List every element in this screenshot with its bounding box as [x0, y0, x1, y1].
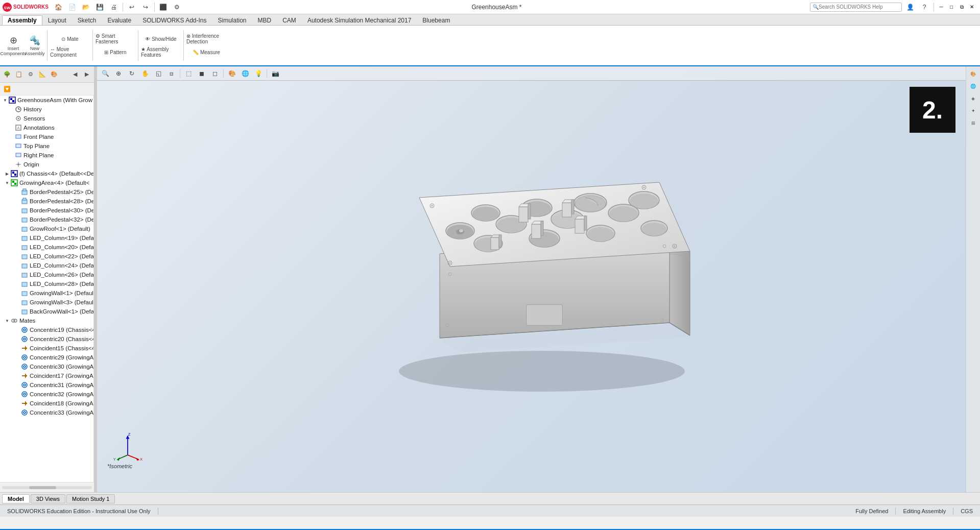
quick-access-print[interactable]: 🖨 [108, 1, 120, 13]
vp-rotate[interactable]: ↻ [126, 67, 138, 80]
tab-motion-study-1[interactable]: Motion Study 1 [66, 494, 115, 503]
maximize-button[interactable]: □ [947, 3, 955, 11]
tree-item-concentric33[interactable]: Concentric33 (GrowingArea- [0, 408, 93, 417]
tree-item-growing-area[interactable]: ▼ GrowingArea<4> (Default< [0, 178, 93, 187]
quick-access-open[interactable]: 📂 [80, 1, 92, 13]
tree-item-concentric29[interactable]: Concentric29 (GrowingArea- [0, 353, 93, 362]
new-assembly-btn[interactable]: 🔩New Assembly [25, 33, 45, 58]
vp-camera[interactable]: 📷 [269, 67, 281, 80]
tree-item-concentric31[interactable]: Concentric31 (GrowingArea- [0, 380, 93, 390]
tree-item-coincident17[interactable]: Coincident17 (GrowingArea- [0, 371, 93, 380]
tree-item-history[interactable]: History [0, 105, 93, 114]
help-icon[interactable]: ? [918, 1, 930, 13]
vp-section[interactable]: ⧈ [165, 67, 178, 80]
pattern-btn[interactable]: ⊞ Pattern [95, 46, 136, 58]
quick-access-undo[interactable]: ↩ [126, 1, 138, 13]
tree-item-coincident18[interactable]: Coincident18 (GrowingArea- [0, 399, 93, 408]
show-hide-btn[interactable]: 👁 Show/Hide [140, 33, 181, 45]
growing-area-expand[interactable]: ▼ [4, 180, 10, 186]
tree-item-border-pedestal-32[interactable]: BorderPedestal<32> (Default) [0, 215, 93, 224]
quick-access-home[interactable]: 🏠 [53, 1, 65, 13]
vp-hide-lines[interactable]: ⬚ [182, 67, 195, 80]
tab-evaluate[interactable]: Evaluate [102, 15, 137, 25]
tab-autodesk[interactable]: Autodesk Simulation Mechanical 2017 [302, 15, 417, 25]
interference-btn[interactable]: ⊗ Interference Detection [186, 33, 227, 45]
quick-access-options[interactable]: ⚙ [171, 1, 183, 13]
tree-item-concentric32[interactable]: Concentric32 (GrowingArea- [0, 390, 93, 399]
tab-cam[interactable]: CAM [277, 15, 302, 25]
tree-item-led-col-24[interactable]: LED_Column<24> (Default) [0, 261, 93, 270]
tree-item-sensors[interactable]: Sensors [0, 114, 93, 123]
tree-root[interactable]: ▼ GreenhouseAsm (With Grow Wa [0, 95, 93, 105]
tab-sw-addins[interactable]: SOLIDWORKS Add-Ins [137, 15, 212, 25]
property-manager-icon[interactable]: 📋 [14, 69, 24, 80]
root-expand-icon[interactable]: ▼ [2, 97, 8, 103]
tree-item-led-col-20[interactable]: LED_Column<20> (Default) [0, 243, 93, 252]
tree-item-growing-wall-1[interactable]: GrowingWall<1> (Default) [0, 288, 93, 298]
vp-display-style[interactable]: ◱ [152, 67, 164, 80]
tree-item-front-plane[interactable]: Front Plane [0, 132, 93, 141]
tab-assembly[interactable]: Assembly [2, 15, 42, 25]
search-bar[interactable]: 🔍 [810, 3, 902, 12]
tree-item-border-pedestal-28[interactable]: BorderPedestal<28> (Default) [0, 197, 93, 206]
vp-shaded[interactable]: ◼ [196, 67, 208, 80]
tree-item-mates[interactable]: ▼ Mates [0, 316, 93, 325]
tab-model[interactable]: Model [2, 494, 30, 503]
horizontal-scrollbar[interactable] [29, 486, 56, 489]
tree-item-concentric20[interactable]: Concentric20 (Chassis<4>,G [0, 334, 93, 344]
vp-shaded-edges[interactable]: ◻ [209, 67, 221, 80]
vp-zoom-sheet[interactable]: ⊕ [112, 67, 125, 80]
mates-expand[interactable]: ▼ [4, 318, 10, 324]
right-panel-custom[interactable]: ✦ [968, 105, 979, 116]
quick-access-rebuild[interactable]: ⬛ [157, 1, 170, 13]
insert-components-btn[interactable]: ⊕Insert Components [3, 33, 23, 58]
quick-access-save[interactable]: 💾 [94, 1, 106, 13]
user-icon[interactable]: 👤 [904, 1, 916, 13]
tree-item-concentric19[interactable]: Concentric19 (Chassis<4>,G [0, 325, 93, 334]
mate-btn[interactable]: ⊙ Mate [50, 33, 90, 45]
tab-3d-views[interactable]: 3D Views [31, 494, 65, 503]
tree-item-led-col-22[interactable]: LED_Column<22> (Default) [0, 252, 93, 261]
tree-item-led-col-26[interactable]: LED_Column<26> (Default) [0, 270, 93, 279]
tree-item-border-pedestal-25[interactable]: BorderPedestal<25> (Default) [0, 187, 93, 197]
tree-item-chassis[interactable]: ▶ (f) Chassis<4> (Default<<De [0, 169, 93, 178]
smart-fasteners-btn[interactable]: ⚙ Smart Fasteners [95, 33, 136, 45]
vp-lights[interactable]: 💡 [252, 67, 265, 80]
vp-scene[interactable]: 🌐 [239, 67, 251, 80]
tree-item-back-grow-wall[interactable]: BackGrowWall<1> (Default) [0, 307, 93, 316]
tree-item-right-plane[interactable]: Right Plane [0, 151, 93, 160]
display-manager-icon[interactable]: 🎨 [49, 69, 59, 80]
close-button[interactable]: ✕ [968, 3, 976, 11]
tree-item-border-pedestal-30[interactable]: BorderPedestal<30> (Default) [0, 206, 93, 215]
tree-item-coincident15[interactable]: Coincident15 (Chassis<4>,G [0, 344, 93, 353]
search-input[interactable] [819, 4, 895, 10]
panel-right-arrow[interactable]: ▶ [82, 69, 92, 80]
tree-item-top-plane[interactable]: Top Plane [0, 141, 93, 151]
restore-button[interactable]: ⧉ [958, 3, 966, 11]
tree-item-annotations[interactable]: A Annotations [0, 123, 93, 132]
assembly-features-btn[interactable]: ★ Assembly Features [140, 46, 181, 58]
right-panel-appearances[interactable]: 🎨 [968, 68, 979, 80]
tab-sketch[interactable]: Sketch [72, 15, 102, 25]
vp-appearance[interactable]: 🎨 [226, 67, 238, 80]
right-panel-more[interactable]: ⊞ [968, 117, 979, 129]
tree-item-concentric30[interactable]: Concentric30 (GrowingArea- [0, 362, 93, 371]
vp-pan[interactable]: ✋ [139, 67, 151, 80]
tab-layout[interactable]: Layout [42, 15, 72, 25]
quick-access-redo[interactable]: ↪ [139, 1, 152, 13]
viewport[interactable]: 🔍 ⊕ ↻ ✋ ◱ ⧈ ⬚ ◼ ◻ 🎨 🌐 💡 📷 2. [97, 66, 966, 492]
dim-xpert-icon[interactable]: 📐 [37, 69, 47, 80]
measure-btn[interactable]: 📏 Measure [186, 46, 227, 58]
vp-zoom-fit[interactable]: 🔍 [99, 67, 111, 80]
config-manager-icon[interactable]: ⚙ [26, 69, 36, 80]
tree-item-led-col-28[interactable]: LED_Column<28> (Default) [0, 279, 93, 288]
tab-simulation[interactable]: Simulation [212, 15, 252, 25]
tree-item-growing-wall-3[interactable]: GrowingWall<3> (Default) [0, 298, 93, 307]
move-component-btn[interactable]: ↔ Move Component [50, 46, 90, 58]
tree-item-origin[interactable]: Origin [0, 160, 93, 169]
right-panel-scenes[interactable]: 🌐 [968, 81, 979, 92]
filter-icon[interactable]: 🔽 [2, 84, 12, 94]
right-panel-decals[interactable]: ◈ [968, 93, 979, 104]
panel-scroll-bottom[interactable] [0, 482, 94, 492]
panel-left-arrow[interactable]: ◀ [70, 69, 80, 80]
